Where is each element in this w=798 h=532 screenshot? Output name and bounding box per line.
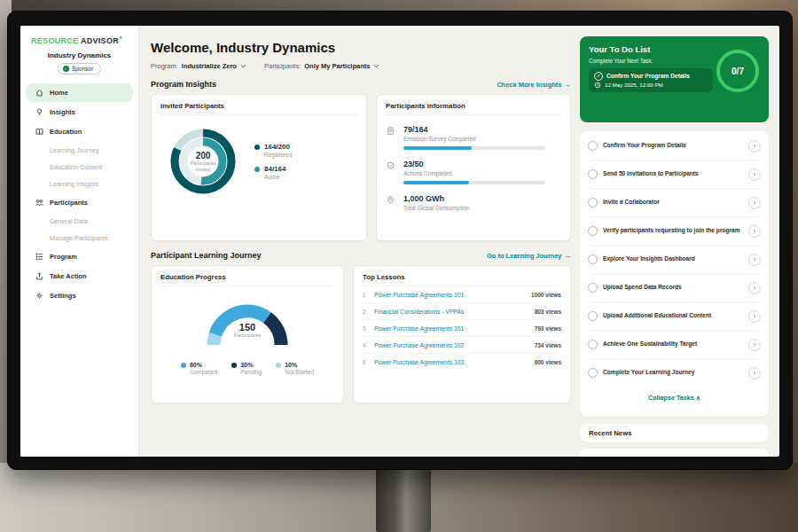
stat-global-consumption: 1,000 GWh Total Global Consumption (386, 194, 561, 211)
invited-donut-chart: 200 Participants Invited (160, 119, 246, 204)
task-row-complete-learning-journey[interactable]: Complete Your Learning Journey › (588, 359, 761, 387)
chevron-right-icon[interactable]: › (748, 140, 761, 153)
task-row-send-invitations[interactable]: Send 50 Invitations to Participants › (588, 160, 761, 189)
sidebar-item-learning-journey[interactable]: Learning Journey (26, 142, 133, 159)
lesson-views: 734 views (535, 342, 561, 348)
chevron-right-icon[interactable]: › (748, 197, 761, 209)
lesson-row: 1 Power Purchase Agreements 101 1000 vie… (363, 286, 561, 303)
task-row-upload-spend-data[interactable]: Upload Spend Data Records › (588, 274, 761, 302)
collapse-tasks-link[interactable]: Collapse Tasks ∧ (588, 387, 761, 409)
not-started-dot (276, 363, 281, 368)
sidebar-item-insights[interactable]: Insights (26, 103, 133, 121)
donut-center-caption: Participants Invited (186, 160, 220, 172)
registered-dot (254, 145, 260, 150)
legend-label: Not Started (285, 369, 314, 375)
link-label: Go to Learning Journey (487, 252, 562, 260)
check-circle-icon (386, 160, 396, 184)
task-row-invite-collaborator[interactable]: Invite a Collaborator › (588, 189, 761, 217)
task-checkbox[interactable] (588, 198, 598, 207)
task-checkbox[interactable] (588, 311, 598, 321)
program-filter[interactable]: Program: Industrialize Zero (151, 62, 246, 70)
task-row-upload-educational-content[interactable]: Upload Additional Educational Content › (588, 302, 761, 331)
program-insights-header: Program Insights Check More Insights → (151, 80, 571, 89)
sidebar-item-education[interactable]: Education (26, 122, 133, 141)
sidebar-item-settings[interactable]: Settings (26, 286, 133, 305)
task-label: Verify participants requesting to join t… (603, 227, 743, 235)
task-checkbox[interactable] (588, 368, 598, 378)
chevron-right-icon[interactable]: › (748, 168, 761, 181)
todo-summary-card: Your To Do List Complete Your Next Task:… (580, 36, 769, 122)
task-checkbox[interactable] (588, 254, 598, 264)
lesson-views: 1000 views (531, 292, 561, 298)
monitor-bezel: RESOURCE ADVISOR+ Industry Dynamics ✓ Sp… (7, 11, 793, 470)
sidebar: RESOURCE ADVISOR+ Industry Dynamics ✓ Sp… (20, 26, 139, 457)
todo-next-due-label: 12 May 2025, 12:00 PM (605, 81, 663, 89)
sidebar-item-manage-participants[interactable]: Manage Participants (26, 230, 133, 246)
task-label: Explore Your Insights Dashboard (603, 255, 743, 263)
sidebar-item-label: Home (50, 89, 68, 97)
lesson-link[interactable]: Power Purchase Agreements 102 (374, 342, 529, 348)
sidebar-item-label: Learning Insights (50, 180, 98, 188)
chevron-right-icon[interactable]: › (748, 225, 761, 238)
lesson-link[interactable]: Power Purchase Agreements 101 (374, 325, 529, 332)
page-title: Welcome, Industry Dynamics (151, 40, 571, 55)
task-checkbox[interactable] (588, 226, 598, 236)
lesson-link[interactable]: Power Purchase Agreements 101 (374, 292, 526, 298)
sidebar-item-participants[interactable]: Participants (26, 193, 133, 212)
stat-emission-survey: 79/164 Emission Survey Completed (386, 125, 561, 150)
gear-icon (35, 291, 44, 301)
participants-filter-value: Only My Participants (304, 62, 370, 70)
education-gauge-chart: 150 Participants (199, 297, 296, 350)
lesson-link[interactable]: Financial Considerations - VPPAs (374, 309, 529, 315)
link-label: Check More Insights (497, 81, 561, 89)
task-row-explore-insights[interactable]: Explore Your Insights Dashboard › (588, 246, 761, 274)
chevron-right-icon[interactable]: › (748, 282, 761, 294)
task-checkbox[interactable] (588, 141, 598, 151)
recent-news-header[interactable]: Recent News (580, 424, 769, 442)
participants-filter[interactable]: Participants: Only My Participants (264, 62, 379, 70)
task-checkbox[interactable] (588, 169, 598, 179)
legend-item-not-started: 10% Not Started (276, 361, 314, 375)
legend-pct: 30% (240, 362, 253, 368)
chevron-right-icon[interactable]: › (748, 310, 761, 323)
chevron-right-icon[interactable]: › (748, 339, 761, 351)
sponsor-badge[interactable]: ✓ Sponsor (58, 63, 101, 74)
filter-bar: Program: Industrialize Zero Participants… (151, 62, 571, 70)
task-label: Invite a Collaborator (603, 199, 743, 207)
chevron-right-icon[interactable]: › (748, 367, 761, 379)
sidebar-item-program[interactable]: Program (26, 247, 133, 266)
go-to-learning-journey-link[interactable]: Go to Learning Journey → (487, 252, 571, 260)
sidebar-item-label: Participants (50, 199, 88, 207)
sidebar-item-education-content[interactable]: Education Content (26, 159, 133, 176)
check-more-insights-link[interactable]: Check More Insights → (497, 81, 571, 89)
program-filter-label: Program: (151, 62, 178, 70)
emission-progress-bar (403, 146, 545, 150)
task-checkbox[interactable] (588, 283, 598, 293)
lesson-link[interactable]: Power Purchase Agreements 103 (374, 359, 529, 365)
sidebar-item-learning-insights[interactable]: Learning Insights (26, 176, 133, 192)
task-row-verify-participants[interactable]: Verify participants requesting to join t… (588, 217, 761, 246)
sidebar-item-general-data[interactable]: General Data (26, 213, 133, 230)
gauge-center-caption: Participants (199, 332, 296, 338)
chevron-right-icon[interactable]: › (748, 254, 761, 266)
people-icon (35, 198, 44, 207)
task-row-confirm-program[interactable]: Confirm Your Program Details › (588, 132, 761, 160)
donut-center-label: 200 Participants Invited (160, 119, 246, 204)
lesson-rank: 1 (363, 292, 369, 298)
lesson-row: 5 Power Purchase Agreements 103 600 view… (363, 354, 561, 370)
lesson-rank: 2 (363, 309, 369, 315)
sidebar-item-take-action[interactable]: Take Action (26, 267, 133, 286)
home-icon (35, 88, 44, 98)
desk-photo-background: RESOURCE ADVISOR+ Industry Dynamics ✓ Sp… (0, 0, 798, 532)
todo-next-task-label: Confirm Your Program Details (606, 72, 690, 81)
legend-label: Pending (240, 369, 262, 375)
task-checkbox[interactable] (588, 340, 598, 349)
sidebar-item-label: Insights (50, 108, 75, 116)
sidebar-item-home[interactable]: Home (26, 83, 133, 102)
legend-item-active: 84/164 Active (254, 165, 292, 180)
task-label: Upload Additional Educational Content (603, 312, 743, 320)
logo-part-1: RESOURCE (31, 36, 78, 45)
program-filter-value: Industrialize Zero (182, 62, 237, 70)
task-row-achieve-target[interactable]: Achieve One Sustainability Target › (588, 331, 761, 359)
participants-information-card: Participants Information 79/164 Emission… (376, 94, 571, 241)
